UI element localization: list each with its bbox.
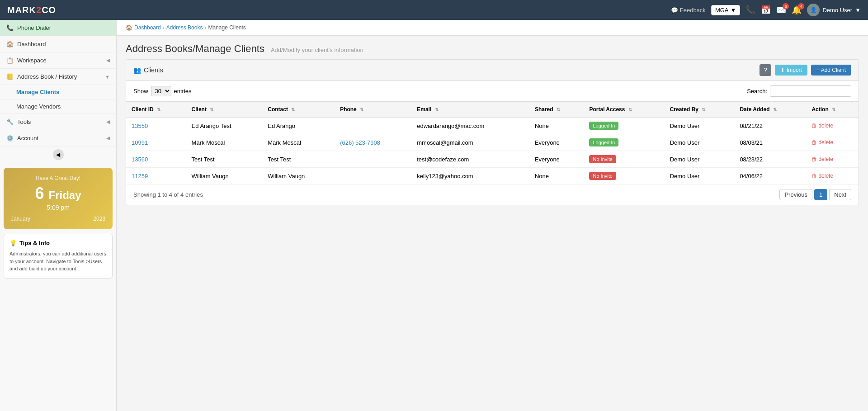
- cell-portal-access: No Invite: [584, 151, 664, 168]
- clients-title: Clients: [144, 66, 163, 74]
- mga-label: MGA: [715, 7, 729, 14]
- cell-created-by: Demo User: [665, 168, 735, 184]
- cell-date-added: 08/23/22: [734, 151, 806, 168]
- phone-link[interactable]: (626) 523-7908: [340, 139, 380, 146]
- bell-icon-button[interactable]: 🔔 4: [792, 5, 802, 15]
- calendar-month: January: [11, 216, 30, 222]
- cell-shared: None: [529, 168, 584, 184]
- sidebar-item-label: Tools: [17, 118, 31, 125]
- portal-access-badge: No Invite: [589, 172, 616, 180]
- sidebar-item-account[interactable]: ⚙️ Account ◀: [0, 130, 116, 146]
- client-id-link[interactable]: 13550: [132, 123, 148, 129]
- import-button[interactable]: ⬆ Import: [775, 65, 807, 76]
- breadcrumb-sep-2: ›: [204, 24, 206, 31]
- sidebar-sub-item-manage-vendors[interactable]: Manage Vendors: [0, 99, 116, 114]
- manage-clients-label: Manage Clients: [16, 89, 59, 95]
- phone-icon-button[interactable]: 📞: [745, 5, 755, 15]
- next-button[interactable]: Next: [829, 189, 851, 200]
- delete-button[interactable]: 🗑 delete: [811, 123, 833, 129]
- sidebar-item-tools[interactable]: 🔧 Tools ◀: [0, 114, 116, 130]
- breadcrumb-home-icon: 🏠: [126, 24, 132, 31]
- col-shared[interactable]: Shared ⇅: [529, 102, 584, 118]
- client-id-link[interactable]: 10991: [132, 139, 148, 146]
- feedback-label: Feedback: [680, 7, 706, 14]
- import-label: Import: [787, 67, 802, 73]
- workspace-collapse-icon: ◀: [106, 57, 110, 63]
- cell-client: Ed Arango Test: [186, 118, 263, 134]
- cell-client: Mark Moscal: [186, 134, 263, 151]
- col-created-by[interactable]: Created By ⇅: [665, 102, 735, 118]
- cell-contact: Mark Moscal: [262, 134, 335, 151]
- sort-arrows: ⇅: [702, 107, 705, 112]
- cell-client: William Vaugn: [186, 168, 263, 184]
- sidebar-item-address-book[interactable]: 📒 Address Book / History ▼: [0, 69, 116, 85]
- tips-widget: 💡 Tips & Info Adminstrators, you can add…: [4, 234, 113, 279]
- table-body: 13550 Ed Arango Test Ed Arango edwardara…: [126, 118, 859, 184]
- delete-button[interactable]: 🗑 delete: [811, 156, 833, 162]
- sidebar-item-phone-dialer[interactable]: 📞 Phone Dialer: [0, 20, 116, 36]
- sidebar-item-label: Phone Dialer: [17, 24, 51, 31]
- sidebar: 📞 Phone Dialer 🏠 Dashboard 📋 Workspace ◀…: [0, 20, 117, 411]
- tips-title-text: Tips & Info: [19, 240, 50, 246]
- lightbulb-icon: 💡: [9, 240, 17, 246]
- sort-arrows: ⇅: [832, 107, 835, 112]
- table-header: Client ID ⇅ Client ⇅ Contact ⇅ Phone ⇅ E…: [126, 102, 859, 118]
- sidebar-collapse-button[interactable]: ◀: [53, 149, 64, 160]
- cell-contact: Test Test: [262, 151, 335, 168]
- mga-selector[interactable]: MGA ▼: [711, 5, 741, 15]
- portal-access-badge: No Invite: [589, 155, 616, 163]
- page-1-button[interactable]: 1: [814, 189, 827, 200]
- cell-created-by: Demo User: [665, 134, 735, 151]
- search-input[interactable]: [770, 85, 851, 97]
- portal-access-badge: Logged In: [589, 138, 618, 146]
- tips-body: Adminstrators, you can add additional us…: [9, 250, 107, 273]
- sidebar-item-workspace[interactable]: 📋 Workspace ◀: [0, 52, 116, 69]
- col-phone[interactable]: Phone ⇅: [335, 102, 411, 118]
- col-client[interactable]: Client ⇅: [186, 102, 263, 118]
- clients-table: Client ID ⇅ Client ⇅ Contact ⇅ Phone ⇅ E…: [126, 101, 859, 184]
- col-client-id[interactable]: Client ID ⇅: [126, 102, 186, 118]
- feedback-button[interactable]: 💬 Feedback: [671, 7, 706, 14]
- entries-label: entries: [174, 88, 192, 94]
- table-row: 13550 Ed Arango Test Ed Arango edwardara…: [126, 118, 859, 134]
- client-id-link[interactable]: 11259: [132, 173, 148, 180]
- sidebar-sub-item-manage-clients[interactable]: Manage Clients: [0, 85, 116, 99]
- dashboard-icon: 🏠: [6, 41, 14, 47]
- breadcrumb-dashboard[interactable]: Dashboard: [134, 24, 161, 31]
- cell-client-id: 10991: [126, 134, 186, 151]
- sidebar-item-label: Dashboard: [17, 41, 46, 47]
- calendar-time: 5:09 pm: [11, 204, 105, 211]
- col-email[interactable]: Email ⇅: [411, 102, 529, 118]
- envelope-icon-button[interactable]: ✉️ 6: [776, 5, 786, 15]
- col-portal-access[interactable]: Portal Access ⇅: [584, 102, 664, 118]
- add-client-button[interactable]: + Add Client: [811, 65, 851, 76]
- calendar-icon-button[interactable]: 📅: [761, 5, 771, 15]
- cell-client-id: 13560: [126, 151, 186, 168]
- help-button[interactable]: ?: [760, 64, 771, 76]
- delete-button[interactable]: 🗑 delete: [811, 173, 833, 179]
- calendar-widget: Have A Great Day! 6 Friday 5:09 pm Janua…: [4, 168, 113, 229]
- sidebar-item-dashboard[interactable]: 🏠 Dashboard: [0, 36, 116, 52]
- cell-shared: None: [529, 118, 584, 134]
- col-date-added[interactable]: Date Added ⇅: [734, 102, 806, 118]
- breadcrumb-address-books[interactable]: Address Books: [166, 24, 203, 31]
- bell-badge: 4: [798, 3, 804, 9]
- cell-client: Test Test: [186, 151, 263, 168]
- user-menu-button[interactable]: 👤 Demo User ▼: [807, 4, 861, 16]
- client-id-link[interactable]: 13560: [132, 156, 148, 163]
- app-logo: MARK2CO: [7, 5, 56, 15]
- col-action[interactable]: Action ⇅: [806, 102, 859, 118]
- address-book-icon: 📒: [6, 73, 14, 80]
- col-contact[interactable]: Contact ⇅: [262, 102, 335, 118]
- delete-button[interactable]: 🗑 delete: [811, 139, 833, 146]
- cell-email: test@codefaze.com: [411, 151, 529, 168]
- chat-icon: 💬: [671, 7, 678, 14]
- sort-arrows: ⇅: [210, 107, 213, 112]
- address-book-submenu: Manage Clients Manage Vendors: [0, 85, 116, 114]
- workspace-icon: 📋: [6, 57, 14, 64]
- previous-button[interactable]: Previous: [779, 189, 812, 200]
- sort-arrows: ⇅: [360, 107, 363, 112]
- showing-text: Showing 1 to 4 of 4 entries: [133, 191, 203, 198]
- cell-phone: [335, 151, 411, 168]
- entries-select[interactable]: 30 10 25 50: [151, 86, 171, 96]
